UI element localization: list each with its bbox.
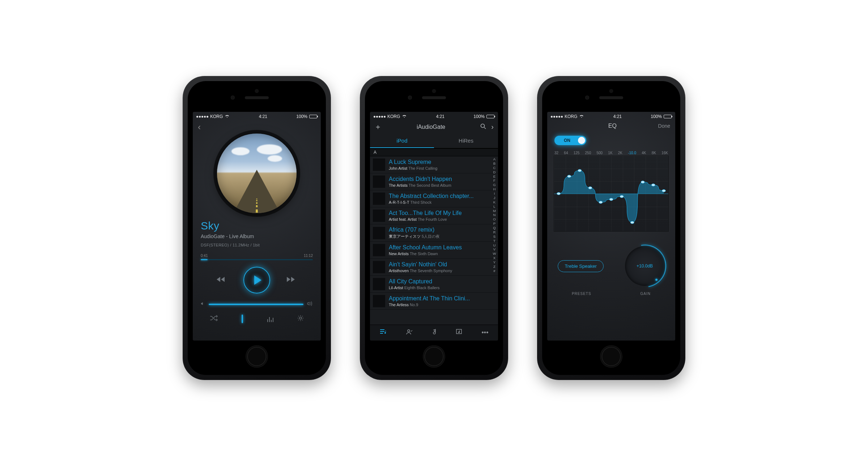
band-label[interactable]: 2K	[618, 151, 622, 155]
index-letter[interactable]: X	[493, 256, 495, 260]
index-letter[interactable]: Z	[493, 265, 495, 269]
song-row[interactable]: Accidents Didn't HappenThe Artists The S…	[370, 173, 498, 190]
svg-point-1	[481, 124, 485, 128]
nav-albums[interactable]	[456, 329, 463, 337]
volume-slider[interactable]	[209, 304, 303, 305]
battery-icon	[664, 115, 672, 118]
song-row[interactable]: After School Autumn LeavesNew Artists Th…	[370, 242, 498, 259]
gain-knob[interactable]: +10.0dB	[625, 246, 665, 286]
band-label[interactable]: 32	[554, 151, 558, 155]
index-letter[interactable]: F	[493, 178, 495, 183]
band-label[interactable]: 500	[596, 151, 603, 155]
index-letter[interactable]: K	[493, 200, 495, 204]
frequency-bands[interactable]: 32641252505001K2K-10.04K8K16K	[547, 146, 675, 156]
seek-slider[interactable]	[201, 259, 313, 260]
wifi-icon	[402, 114, 407, 119]
carrier-label: KORG	[387, 114, 400, 119]
index-letter[interactable]: E	[493, 174, 495, 179]
band-label[interactable]: 125	[574, 151, 580, 155]
index-letter[interactable]: C	[493, 166, 496, 170]
nav-playlists[interactable]	[380, 329, 387, 337]
band-label[interactable]: 1K	[608, 151, 612, 155]
song-row[interactable]: Appointment At The Thin Clini...The Artl…	[370, 293, 498, 310]
equalizer-button[interactable]	[267, 316, 273, 322]
index-letter[interactable]: A	[493, 157, 495, 161]
nav-more[interactable]: •••	[482, 329, 489, 337]
song-row[interactable]: The Abstract Collection chapter...A-R-T-…	[370, 190, 498, 207]
song-row[interactable]: A Luck SupremeJohn Artist The First Call…	[370, 156, 498, 173]
song-row[interactable]: All City CapturedLil-Artist Eighth Black…	[370, 276, 498, 293]
song-meta: 東京アーティスツ 5人目の夜	[389, 234, 440, 239]
carrier-label: KORG	[565, 114, 577, 119]
band-label[interactable]: 8K	[652, 151, 656, 155]
band-label[interactable]: 16K	[661, 151, 668, 155]
prev-button[interactable]	[217, 276, 227, 284]
song-row[interactable]: Act Too...The Life Of My LifeArtist feat…	[370, 207, 498, 224]
index-letter[interactable]: V	[493, 247, 495, 252]
note-icon	[432, 329, 437, 335]
index-letter[interactable]: J	[494, 196, 495, 200]
index-letter[interactable]: T	[493, 239, 495, 243]
index-letter[interactable]: L	[493, 204, 495, 209]
earpiece-speaker	[245, 96, 269, 99]
clock-label: 4:21	[259, 114, 267, 119]
home-button[interactable]	[246, 345, 268, 368]
add-button[interactable]: ＋	[374, 122, 382, 132]
preset-button[interactable]: Treble Speaker	[558, 260, 603, 272]
svg-point-2	[408, 330, 410, 332]
index-letter[interactable]: W	[493, 252, 496, 256]
nav-artists[interactable]	[406, 329, 413, 337]
index-letter[interactable]: Y	[493, 260, 495, 265]
time-duration: 11:12	[304, 254, 313, 258]
index-letter[interactable]: B	[493, 161, 495, 166]
search-icon	[480, 123, 486, 129]
song-row[interactable]: Africa (707 remix)東京アーティスツ 5人目の夜	[370, 224, 498, 242]
index-letter[interactable]: I	[494, 191, 495, 196]
done-button[interactable]: Done	[658, 123, 670, 129]
back-button[interactable]: ‹	[198, 122, 201, 132]
search-button[interactable]	[480, 123, 486, 131]
song-row[interactable]: Ain't Sayin' Nothin' OldArtisthoven The …	[370, 259, 498, 276]
battery-icon	[309, 115, 317, 118]
svg-point-13	[651, 184, 655, 186]
index-letter[interactable]: S	[493, 235, 495, 239]
signal-dots-icon	[196, 116, 208, 118]
index-letter[interactable]: G	[493, 183, 495, 187]
tab-ipod[interactable]: iPod	[370, 134, 434, 148]
index-letter[interactable]: #	[493, 269, 495, 273]
eq-on-toggle[interactable]: ON	[554, 136, 586, 145]
album-art[interactable]	[217, 134, 297, 213]
song-title: Act Too...The Life Of My Life	[389, 210, 462, 216]
band-label[interactable]: 250	[585, 151, 591, 155]
band-label[interactable]: -10.0	[628, 151, 636, 155]
index-letter[interactable]: P	[493, 221, 495, 226]
settings-button[interactable]	[297, 315, 304, 323]
index-letter[interactable]: M	[493, 209, 496, 213]
home-button[interactable]	[600, 345, 622, 368]
nav-songs[interactable]	[432, 329, 437, 337]
song-title: Accidents Didn't Happen	[389, 176, 452, 182]
phone-player: KORG 4:21 100% ‹	[183, 76, 331, 380]
index-letter[interactable]: U	[493, 243, 496, 248]
index-letter[interactable]: Q	[493, 226, 495, 230]
tab-hires[interactable]: HiRes	[434, 134, 498, 148]
alpha-index[interactable]: ABCDEFGHIJKLMNOPQRSTUVWXYZ#	[492, 156, 497, 320]
index-letter[interactable]: O	[493, 217, 495, 221]
repeat-button[interactable]	[242, 315, 243, 323]
index-letter[interactable]: R	[493, 230, 496, 235]
song-title: The Abstract Collection chapter...	[389, 193, 474, 199]
forward-button[interactable]: ›	[491, 123, 494, 131]
next-button[interactable]	[287, 276, 297, 284]
play-icon	[254, 275, 261, 285]
home-button[interactable]	[423, 345, 445, 368]
eq-graph[interactable]	[554, 156, 669, 232]
shuffle-button[interactable]	[210, 315, 218, 323]
playlist-icon	[380, 329, 387, 335]
band-label[interactable]: 4K	[642, 151, 646, 155]
band-label[interactable]: 64	[564, 151, 568, 155]
index-letter[interactable]: N	[493, 213, 496, 217]
song-list[interactable]: A Luck SupremeJohn Artist The First Call…	[370, 156, 498, 320]
play-button[interactable]	[243, 267, 270, 294]
index-letter[interactable]: D	[493, 170, 496, 174]
index-letter[interactable]: H	[493, 187, 496, 191]
